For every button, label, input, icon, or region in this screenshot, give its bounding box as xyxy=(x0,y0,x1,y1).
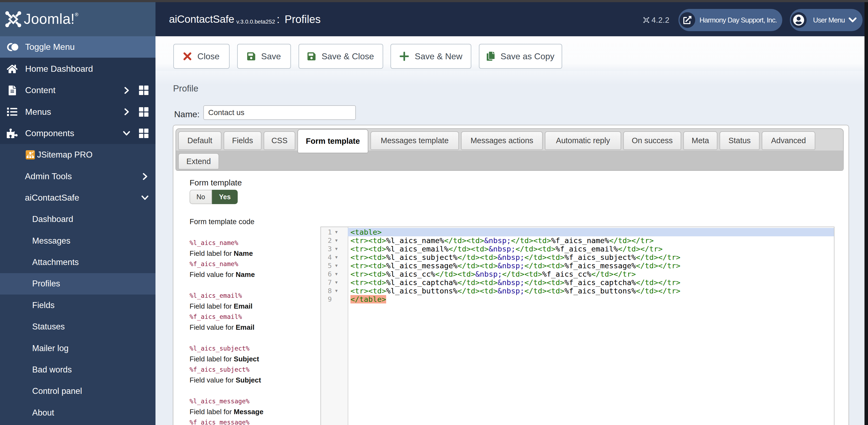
fold-arrow-icon[interactable]: ▾ xyxy=(332,236,341,245)
token-description: Field value for Email xyxy=(190,322,319,333)
line-number: 4 xyxy=(321,253,332,261)
code-line-3[interactable]: <tr><td>%l_aics_email%</td><td>&nbsp;</t… xyxy=(348,245,834,253)
fold-arrow-icon[interactable]: ▾ xyxy=(332,287,341,295)
sidebar-item-menus[interactable]: Menus xyxy=(0,101,155,123)
switch-no-option[interactable]: No xyxy=(190,190,212,204)
dashboard-grid-icon[interactable] xyxy=(138,86,149,95)
save-button[interactable]: Save xyxy=(237,44,291,69)
tab-automatic-reply[interactable]: Automatic reply xyxy=(545,131,621,150)
toolbar-button-label: Save xyxy=(261,51,281,61)
fold-arrow-icon[interactable]: ▾ xyxy=(332,270,341,278)
sidebar-item-label: Components xyxy=(25,128,74,138)
sidebar-item-label: Statuses xyxy=(32,322,65,332)
toolbar-button-label: Save as Copy xyxy=(500,51,554,61)
sidebar-item-label: Home Dashboard xyxy=(25,64,93,74)
token-label: %l_aics_email% xyxy=(190,290,319,301)
sidebar-item-aicontactsafe[interactable]: aiContactSafe xyxy=(0,187,155,208)
sidebar-item-statuses[interactable]: Statuses xyxy=(0,316,155,338)
tab-css[interactable]: CSS xyxy=(264,131,295,150)
code-line-9[interactable]: </table> xyxy=(348,295,834,304)
sidebar-item-dashboard[interactable]: Dashboard xyxy=(0,209,155,230)
registered-mark: ® xyxy=(74,12,79,17)
site-preview-button[interactable]: Harmony Day Support, Inc. xyxy=(678,9,782,31)
screen: Joomla!® Toggle Menu Home Dashboard Cont… xyxy=(0,0,868,425)
dashboard-grid-icon[interactable] xyxy=(138,107,149,117)
fold-arrow-icon[interactable]: ▾ xyxy=(332,261,341,270)
tab-extend[interactable]: Extend xyxy=(178,153,219,169)
sidebar-item-profiles[interactable]: Profiles xyxy=(0,273,155,294)
sidebar-item-about[interactable]: About xyxy=(0,402,155,423)
tab-on-success[interactable]: On success xyxy=(623,131,681,150)
token-description: Field label for Subject xyxy=(190,354,319,364)
tab-fields[interactable]: Fields xyxy=(224,131,261,150)
code-line-1[interactable]: <table> xyxy=(348,228,834,236)
tab-strip: DefaultFieldsCSSForm templateMessages te… xyxy=(176,128,844,171)
save-close-button[interactable]: Save & Close xyxy=(299,44,383,69)
sidebar-item-label: Messages xyxy=(32,236,70,246)
sidebar-item-components[interactable]: Components xyxy=(0,123,155,144)
title-separator: : xyxy=(277,13,280,25)
save-new-button[interactable]: Save & New xyxy=(391,44,471,69)
sidebar-item-toggle-menu[interactable]: Toggle Menu xyxy=(0,36,155,58)
token-description: Field label for Name xyxy=(190,248,319,259)
line-number: 7 xyxy=(321,279,332,286)
tab-form-template[interactable]: Form template xyxy=(298,129,368,153)
toolbar: CloseSaveSave & CloseSave & NewSave as C… xyxy=(155,36,865,71)
fold-arrow-icon[interactable]: ▾ xyxy=(332,278,341,287)
fold-arrow-icon[interactable]: ▾ xyxy=(332,228,341,236)
site-name-label: Harmony Day Support, Inc. xyxy=(700,16,777,24)
code-line-5[interactable]: <tr><td>%l_aics_message%</td><td>&nbsp;<… xyxy=(348,261,834,270)
code-line-6[interactable]: <tr><td>%l_aics_cc%</td><td>&nbsp;</td><… xyxy=(348,270,834,278)
sidebar-item-messages[interactable]: Messages xyxy=(0,230,155,252)
switch-yes-option[interactable]: Yes xyxy=(212,190,238,204)
code-line-7[interactable]: <tr><td>%l_aics_captcha%</td><td>&nbsp;<… xyxy=(348,278,834,287)
save-icon xyxy=(247,52,255,61)
sidebar-item-jsitemap-pro[interactable]: JSitemap PRO xyxy=(0,144,155,165)
sidebar-item-label: aiContactSafe xyxy=(25,193,79,203)
line-number: 3 xyxy=(321,245,332,253)
sidebar-item-home-dashboard[interactable]: Home Dashboard xyxy=(0,58,155,80)
fold-arrow-icon[interactable]: ▾ xyxy=(332,253,341,261)
sidebar-item-label: Dashboard xyxy=(32,215,73,224)
sidebar-item-label: JSitemap PRO xyxy=(37,150,92,160)
line-number: 6 xyxy=(321,270,332,278)
tab-advanced[interactable]: Advanced xyxy=(762,131,815,150)
page-title: aiContactSafe v.3.0.0.beta252 : Profiles xyxy=(169,2,321,36)
line-number: 8 xyxy=(321,287,332,295)
code-label: Form template code xyxy=(190,217,319,227)
sidebar-nav: Home Dashboard Content Menus Components xyxy=(0,58,155,144)
close-button[interactable]: Close xyxy=(173,44,229,69)
tab-status[interactable]: Status xyxy=(719,131,760,150)
header-right: 4.2.2 Harmony Day Support, Inc. User Men… xyxy=(643,3,863,37)
tab-meta[interactable]: Meta xyxy=(683,131,717,150)
component-name: aiContactSafe xyxy=(169,13,234,25)
dashboard-grid-icon[interactable] xyxy=(138,129,149,138)
line-number: 1 xyxy=(321,228,332,236)
sidebar-item-mailer-log[interactable]: Mailer log xyxy=(0,338,155,359)
profile-heading: Profile xyxy=(173,83,198,94)
sidebar-item-control-panel[interactable]: Control panel xyxy=(0,380,155,402)
code-line-8[interactable]: <tr><td>%l_aics_buttons%</td><td>&nbsp;<… xyxy=(348,287,834,295)
name-input[interactable] xyxy=(203,105,356,120)
fold-arrow-icon[interactable]: ▾ xyxy=(332,245,341,253)
token-value: %f_aics_message% xyxy=(190,417,319,425)
joomla-logo-icon xyxy=(5,11,21,27)
line-number: 2 xyxy=(321,236,332,245)
sidebar-item-admin-tools[interactable]: Admin Tools xyxy=(0,166,155,187)
form-template-switch[interactable]: No Yes xyxy=(190,190,238,204)
sidebar-item-content[interactable]: Content xyxy=(0,80,155,101)
sidebar-item-attachments[interactable]: Attachments xyxy=(0,252,155,273)
toolbar-button-label: Save & Close xyxy=(321,51,374,61)
sidebar-item-fields[interactable]: Fields xyxy=(0,294,155,316)
token-description: Field value for Name xyxy=(190,270,319,280)
tab-default[interactable]: Default xyxy=(178,131,221,150)
code-editor[interactable]: 1▾2▾3▾4▾5▾6▾7▾8▾9 <table><tr><td>%l_aics… xyxy=(320,227,834,425)
user-menu-button[interactable]: User Menu xyxy=(790,9,863,31)
tab-messages-actions[interactable]: Messages actions xyxy=(461,131,543,150)
code-line-4[interactable]: <tr><td>%l_aics_subject%</td><td>&nbsp;<… xyxy=(348,253,834,261)
code-line-2[interactable]: <tr><td>%l_aics_name%</td><td>&nbsp;</td… xyxy=(348,236,834,245)
sidebar-item-bad-words[interactable]: Bad words xyxy=(0,359,155,380)
page-name: Profiles xyxy=(284,13,320,25)
tab-messages-template[interactable]: Messages template xyxy=(370,131,459,150)
save-as-copy-button[interactable]: Save as Copy xyxy=(479,44,562,69)
